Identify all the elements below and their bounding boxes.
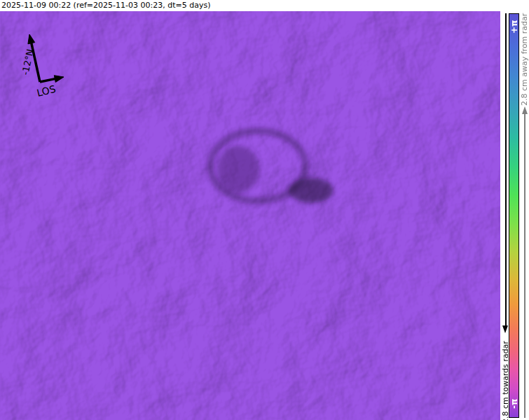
orientation-compass: -12°N LOS bbox=[11, 24, 95, 111]
down-arrow-icon bbox=[502, 326, 508, 333]
colorbar-top-tick: +π bbox=[509, 15, 519, 38]
interferogram-map: -12°N LOS bbox=[0, 11, 500, 420]
colorbar-bottom-tick: -π bbox=[509, 392, 519, 416]
los-arrow-label: LOS bbox=[36, 83, 57, 99]
north-arrow-label: -12°N bbox=[20, 48, 35, 76]
figure-title: 2025-11-09 00:22 (ref=2025-11-03 00:23, … bbox=[0, 0, 529, 11]
up-arrow-icon bbox=[522, 106, 528, 114]
up-arrow-stem bbox=[524, 114, 525, 418]
down-arrow-stem bbox=[505, 13, 507, 326]
colorbar-panel: +π -π 2.8 cm away from radar 2.8 cm towa… bbox=[500, 11, 529, 420]
away-from-radar-annotation: 2.8 cm away from radar bbox=[520, 14, 529, 105]
los-arrow-icon bbox=[40, 76, 64, 83]
colorbar-strip bbox=[509, 13, 519, 418]
